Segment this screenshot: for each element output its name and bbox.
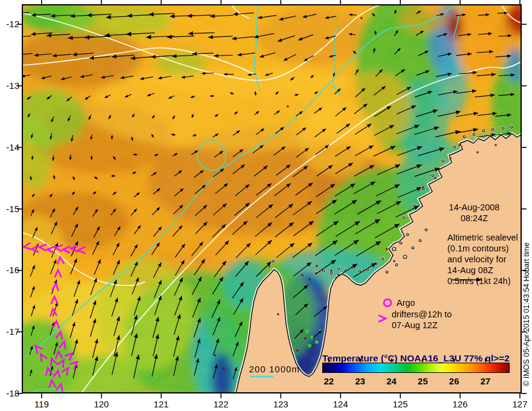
colorbar-tick-label: 26 <box>442 376 466 386</box>
colorbar-tick <box>453 358 455 362</box>
x-tick-label: 126 <box>447 400 473 410</box>
y-tick-label: -16 <box>0 265 19 276</box>
drifters-label-line1: drifters@12h to <box>392 309 452 320</box>
altimetric-note-line: 0.5m/s (1kt 24h) <box>447 276 518 286</box>
drifters-label-line2: 07-Aug 12Z <box>392 320 452 331</box>
isobath-legend-label: 200 1000m <box>249 364 300 374</box>
altimetric-note-line: and velocity for <box>447 254 518 265</box>
altimetric-note-line: (0.1m contours) <box>447 243 518 254</box>
y-tick-label: -14 <box>0 143 19 153</box>
argo-label: Argo <box>397 297 415 308</box>
x-tick-label: 121 <box>148 400 175 410</box>
colorbar-tick <box>391 358 392 362</box>
x-tick-label: 120 <box>88 400 115 410</box>
x-tick-label: 124 <box>327 400 354 410</box>
colorbar-tick-label: 23 <box>348 376 372 386</box>
y-tick-label: -13 <box>0 81 19 91</box>
datetime-annotation: 14-Aug-2008 08:24Z <box>430 202 518 224</box>
altimetric-note-line: 14-Aug 08Z <box>447 265 518 276</box>
colorbar: 222324252627 <box>322 363 510 373</box>
sst-map-figure: 119120121122123124125126127 -12-13-14-15… <box>0 0 532 411</box>
altimetric-note: Altimetric sealevel(0.1m contours)and ve… <box>447 232 518 286</box>
y-tick-label: -12 <box>0 19 19 30</box>
colorbar-tick <box>422 358 423 362</box>
x-tick-label: 122 <box>208 400 235 410</box>
colorbar-tick-label: 27 <box>473 376 498 386</box>
x-tick-label: 127 <box>507 400 532 410</box>
colorbar-tick <box>360 358 361 362</box>
x-tick-label: 123 <box>267 400 294 410</box>
colorbar-tick-label: 24 <box>380 376 404 386</box>
x-tick-label: 125 <box>387 400 414 410</box>
colorbar-tick-label: 22 <box>317 376 341 386</box>
x-tick-label: 119 <box>28 400 55 410</box>
credit-text: © IMOS 05-Apr-2015 01:43:54 Hobart time <box>522 242 531 386</box>
y-tick-label: -17 <box>0 327 19 337</box>
colorbar-tick-label: 25 <box>410 376 435 386</box>
datetime-time: 08:24Z <box>430 213 518 224</box>
y-tick-label: -15 <box>0 204 19 215</box>
drifters-label: drifters@12h to 07-Aug 12Z <box>392 309 452 331</box>
y-tick-label: -18 <box>0 389 19 399</box>
colorbar-tick <box>485 358 486 362</box>
altimetric-note-line: Altimetric sealevel <box>447 232 518 243</box>
colorbar-tick <box>328 358 329 362</box>
datetime-date: 14-Aug-2008 <box>430 202 518 213</box>
